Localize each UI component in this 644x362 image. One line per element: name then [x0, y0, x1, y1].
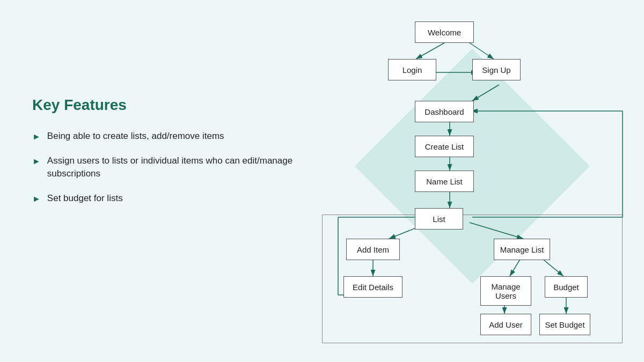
node-manage-users: Manage Users: [480, 276, 531, 306]
feature-text-2: Assign users to lists or individual item…: [47, 154, 311, 180]
node-name-list: Name List: [415, 171, 474, 192]
svg-line-2: [416, 43, 444, 59]
node-welcome: Welcome: [415, 21, 474, 43]
node-dashboard: Dashboard: [415, 101, 474, 122]
left-panel: Key Features ► Being able to create list…: [32, 97, 311, 217]
feature-list: ► Being able to create lists, add/remove…: [32, 130, 311, 205]
node-add-item: Add Item: [346, 239, 400, 260]
node-manage-list: Manage List: [494, 239, 550, 260]
node-edit-details: Edit Details: [343, 276, 402, 298]
node-login: Login: [388, 59, 436, 80]
node-list: List: [415, 208, 463, 230]
node-create-list: Create List: [415, 136, 474, 157]
flowchart: Welcome Login Sign Up Dashboard Create L…: [311, 5, 633, 357]
feature-text-1: Being able to create lists, add/remove i…: [47, 130, 224, 143]
arrow-icon: ►: [32, 131, 41, 143]
node-add-user: Add User: [480, 314, 531, 335]
key-features-title: Key Features: [32, 97, 311, 114]
arrow-icon: ►: [32, 193, 41, 205]
feature-text-3: Set budget for lists: [47, 192, 123, 205]
list-item: ► Assign users to lists or individual it…: [32, 154, 311, 180]
node-signup: Sign Up: [472, 59, 521, 80]
node-set-budget: Set Budget: [539, 314, 590, 335]
list-item: ► Set budget for lists: [32, 192, 311, 205]
list-item: ► Being able to create lists, add/remove…: [32, 130, 311, 143]
node-budget: Budget: [545, 276, 588, 298]
arrow-icon: ►: [32, 156, 41, 167]
